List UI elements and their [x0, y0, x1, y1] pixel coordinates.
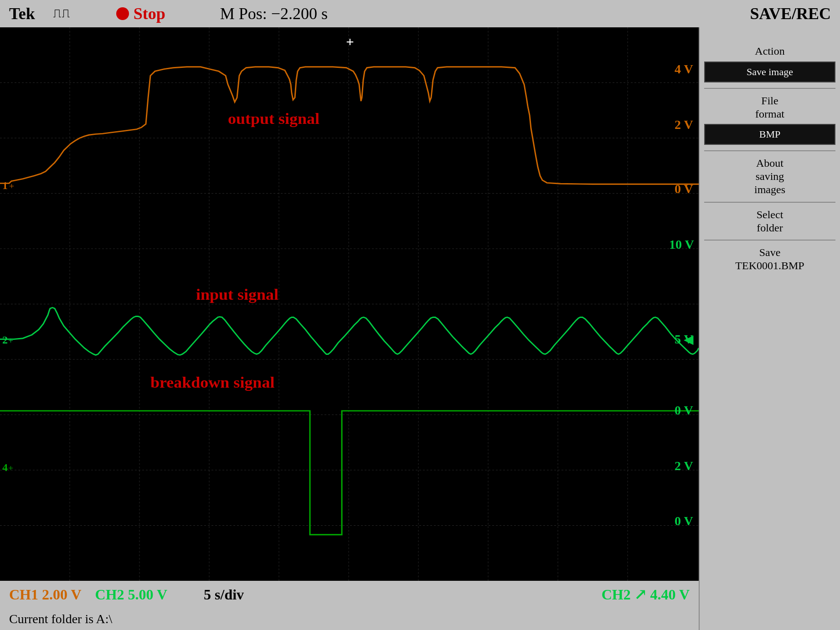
header-bar: Tek ⎍⎍ Stop M Pos: −2.200 s SAVE/REC: [0, 0, 840, 27]
stop-indicator: Stop: [116, 4, 165, 23]
file-format-label: Fileformat: [704, 94, 835, 121]
bmp-button[interactable]: BMP: [704, 124, 835, 145]
about-saving-label: Aboutsavingimages: [704, 157, 835, 196]
svg-text:+: +: [9, 181, 14, 191]
divider-4: [704, 240, 835, 241]
divider-1: [704, 88, 835, 89]
svg-text:+: +: [346, 34, 354, 48]
svg-text:2 V: 2 V: [675, 118, 693, 131]
divider-3: [704, 202, 835, 203]
right-panel: Action Save image Fileformat BMP Aboutsa…: [699, 27, 840, 630]
stop-circle-icon: [116, 7, 129, 20]
svg-text:breakdown signal: breakdown signal: [150, 373, 275, 391]
svg-text:5 V: 5 V: [675, 333, 693, 346]
current-folder-text: Current folder is A:\: [9, 612, 112, 626]
brand-label: Tek: [9, 4, 35, 23]
save-image-button[interactable]: Save image: [704, 61, 835, 82]
trigger-symbol: ⎍⎍: [53, 7, 71, 21]
current-folder-bar: Current folder is A:\: [0, 608, 699, 630]
save-file-label: SaveTEK0001.BMP: [704, 246, 835, 272]
svg-text:2: 2: [2, 334, 8, 346]
svg-text:0 V: 0 V: [675, 182, 693, 196]
svg-text:2 V: 2 V: [675, 459, 693, 472]
ch2-status: CH2 5.00 V: [95, 586, 168, 603]
stop-label: Stop: [134, 4, 165, 23]
saverec-label: SAVE/REC: [750, 4, 831, 23]
scope-canvas: 1 + output signal + input signal 2 + ◀: [0, 27, 699, 581]
div-status: 5 s/div: [204, 586, 244, 603]
ch1-status: CH1 2.00 V: [9, 586, 82, 603]
main-area: 1 + output signal + input signal 2 + ◀: [0, 27, 840, 630]
svg-text:input signal: input signal: [196, 285, 278, 303]
scope-svg: 1 + output signal + input signal 2 + ◀: [0, 27, 699, 581]
action-label: Action: [704, 45, 835, 58]
svg-text:0 V: 0 V: [675, 404, 693, 417]
svg-text:+: +: [8, 463, 13, 473]
svg-text:10 V: 10 V: [669, 237, 694, 251]
svg-text:4 V: 4 V: [675, 62, 693, 76]
svg-text:1: 1: [2, 179, 8, 191]
scope-display: 1 + output signal + input signal 2 + ◀: [0, 27, 699, 630]
select-folder-label: Selectfolder: [704, 208, 835, 235]
mpos-label: M Pos: −2.200 s: [220, 4, 328, 23]
svg-text:0 V: 0 V: [675, 514, 693, 528]
ch2-right-status: CH2 ↗ 4.40 V: [602, 586, 690, 603]
svg-text:output signal: output signal: [228, 110, 320, 128]
status-bar: CH1 2.00 V CH2 5.00 V 5 s/div CH2 ↗ 4.40…: [0, 581, 699, 608]
svg-text:+: +: [8, 336, 13, 346]
svg-text:4: 4: [2, 461, 8, 473]
divider-2: [704, 150, 835, 151]
